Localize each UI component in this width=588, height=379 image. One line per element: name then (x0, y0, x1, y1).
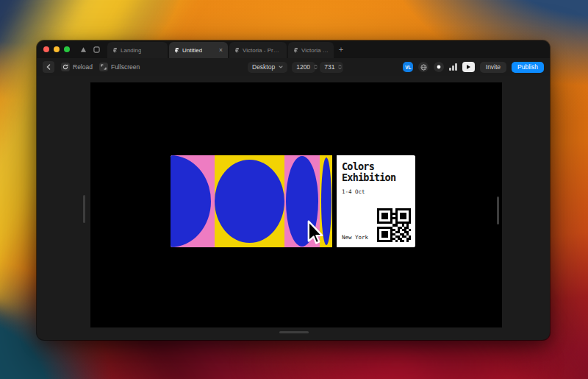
tab-label: Landing (121, 47, 141, 54)
tab-label: Untitled (182, 47, 202, 54)
qr-code (377, 208, 411, 242)
height-value: 731 (324, 63, 334, 71)
stepper-icon (338, 64, 342, 70)
record-icon[interactable] (434, 62, 444, 72)
globe-icon[interactable] (418, 62, 429, 72)
tab-label: Victoria - Product De... (243, 47, 282, 54)
minimize-window-button[interactable] (54, 46, 60, 52)
fullscreen-button[interactable]: Fullscreen (99, 63, 140, 71)
fullscreen-icon (99, 63, 108, 71)
framer-logo-icon (112, 48, 118, 53)
poster-dates: 1-4 Oct (342, 188, 410, 195)
poster-pink-section (171, 155, 215, 247)
mouse-cursor (306, 220, 324, 245)
invite-button[interactable]: Invite (480, 62, 506, 73)
analytics-icon[interactable] (449, 63, 457, 71)
tab-victoria-framer[interactable]: Victoria Framer (288, 42, 334, 58)
tab-label: Victoria Framer (301, 47, 329, 54)
preview-canvas: Colors Exhibition 1-4 Oct New York (90, 82, 502, 327)
resize-handle-right[interactable] (497, 196, 499, 224)
zoom-window-button[interactable] (64, 46, 70, 52)
framer-logo-icon (234, 48, 240, 53)
stepper-icon (314, 64, 318, 70)
width-value: 1200 (296, 63, 310, 71)
poster-title: Colors Exhibition (342, 161, 410, 183)
height-stepper[interactable]: 731 (320, 62, 343, 73)
width-stepper[interactable]: 1200 (292, 62, 315, 73)
poster-city: New York (342, 234, 368, 241)
home-icon[interactable] (76, 40, 90, 58)
viewport-size-controls: Desktop 1200 731 (248, 62, 343, 73)
blue-circle (215, 160, 284, 243)
tab-list: Landing Untitled × Victoria - Product De… (107, 40, 334, 58)
breakpoint-select[interactable]: Desktop (248, 62, 287, 73)
blue-half-circle (171, 155, 211, 247)
framer-logo-icon (174, 48, 179, 53)
framer-preview-window: Landing Untitled × Victoria - Product De… (37, 40, 550, 340)
colors-exhibition-poster[interactable]: Colors Exhibition 1-4 Oct New York (171, 155, 415, 247)
reload-label: Reload (73, 63, 93, 71)
resize-handle-bottom[interactable] (279, 331, 309, 333)
tab-untitled[interactable]: Untitled × (169, 42, 228, 58)
close-window-button[interactable] (43, 46, 49, 52)
chevron-down-icon (279, 65, 283, 68)
breakpoint-value: Desktop (252, 63, 275, 71)
tab-close-icon[interactable]: × (219, 47, 223, 54)
qr-cell (409, 240, 411, 242)
user-avatar[interactable]: VL (403, 62, 413, 72)
play-button[interactable] (462, 62, 475, 72)
back-button[interactable] (43, 61, 54, 73)
new-tab-button[interactable]: + (334, 40, 348, 58)
poster-yellow-section (215, 155, 284, 247)
play-icon (467, 65, 470, 69)
resize-handle-left[interactable] (83, 195, 85, 223)
framer-logo-icon (293, 48, 298, 53)
desktop: Landing Untitled × Victoria - Product De… (0, 0, 588, 379)
reload-icon (61, 63, 70, 71)
tab-victoria-product[interactable]: Victoria - Product De... (229, 42, 287, 58)
poster-text-panel: Colors Exhibition 1-4 Oct New York (337, 155, 415, 247)
tab-landing[interactable]: Landing (107, 42, 168, 58)
fullscreen-label: Fullscreen (111, 63, 140, 71)
frame-icon[interactable] (90, 40, 103, 58)
tab-bar: Landing Untitled × Victoria - Product De… (37, 40, 550, 58)
toolbar: Reload Fullscreen Desktop 1200 (37, 58, 550, 76)
publish-button[interactable]: Publish (512, 62, 544, 73)
toolbar-right-group: VL Invite Publish (403, 62, 544, 73)
traffic-lights (43, 46, 70, 52)
reload-button[interactable]: Reload (61, 63, 93, 71)
